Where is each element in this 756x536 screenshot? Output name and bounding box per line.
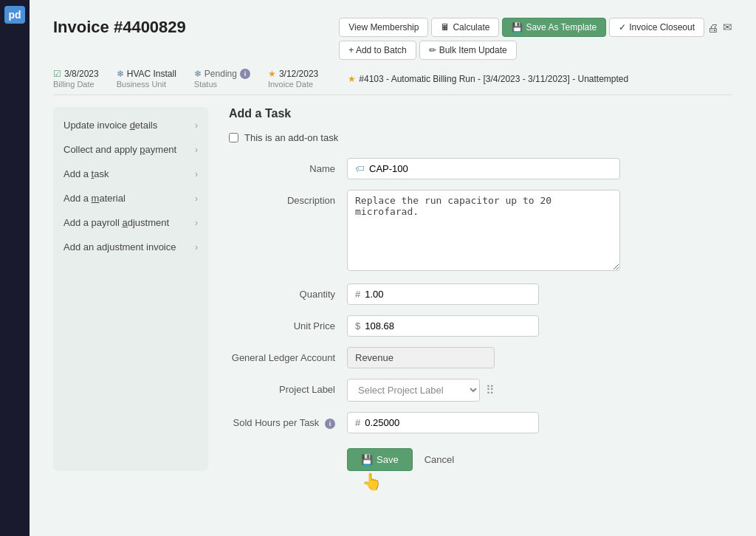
meta-row: ☑ 3/8/2023 Billing Date ❄ HVAC Install B… bbox=[53, 69, 732, 89]
print-icon[interactable]: 🖨 bbox=[707, 21, 718, 34]
description-textarea-wrap bbox=[347, 190, 620, 273]
quantity-input[interactable] bbox=[365, 289, 531, 300]
check-mark-icon: ✓ bbox=[619, 22, 626, 32]
description-form-group: Description bbox=[229, 190, 732, 273]
sold-hours-input-wrap: # bbox=[347, 412, 539, 433]
app-bar: pd bbox=[0, 0, 30, 536]
content-area: Update invoice details › Collect and app… bbox=[53, 107, 732, 471]
status-value: Pending bbox=[205, 69, 237, 79]
add-to-batch-button[interactable]: + Add to Batch bbox=[339, 41, 416, 60]
project-label-form-group: Project Label Select Project Label ⠿ bbox=[229, 379, 732, 402]
chevron-right-icon-3: › bbox=[195, 169, 198, 179]
batch-info: ★ #4103 - Automatic Billing Run - [3/4/2… bbox=[348, 74, 628, 84]
header-action-row-1: View Membership 🖩 Calculate 💾 Save As Te… bbox=[339, 18, 732, 37]
business-unit-label: Business Unit bbox=[117, 80, 176, 89]
chevron-right-icon-1: › bbox=[195, 120, 198, 131]
addon-checkbox-row: This is an add-on task bbox=[229, 132, 732, 143]
batch-star-icon: ★ bbox=[348, 74, 356, 84]
pencil-icon: ✏ bbox=[429, 45, 436, 55]
business-unit-meta: ❄ HVAC Install Business Unit bbox=[117, 69, 176, 89]
sidebar-item-collect-payment[interactable]: Collect and apply payment › bbox=[53, 137, 208, 162]
main-container: Invoice #4400829 View Membership 🖩 Calcu… bbox=[30, 0, 756, 536]
invoice-date-label: Invoice Date bbox=[268, 80, 318, 89]
billing-date-label: Billing Date bbox=[53, 80, 99, 89]
chevron-right-icon-2: › bbox=[195, 145, 198, 155]
tag-icon: 🏷 bbox=[355, 163, 365, 174]
header-action-row-2: + Add to Batch ✏ Bulk Item Update bbox=[339, 41, 516, 60]
status-label: Status bbox=[194, 80, 250, 89]
email-icon[interactable]: ✉ bbox=[723, 21, 732, 34]
unit-price-input-wrap: $ bbox=[347, 315, 539, 337]
invoice-closeout-button[interactable]: ✓ Invoice Closeout bbox=[609, 18, 704, 37]
invoice-header: Invoice #4400829 View Membership 🖩 Calcu… bbox=[53, 18, 732, 60]
app-logo: pd bbox=[4, 6, 24, 24]
name-label: Name bbox=[229, 158, 347, 174]
sidebar-item-add-task[interactable]: Add a task › bbox=[53, 162, 208, 186]
calculator-icon: 🖩 bbox=[441, 22, 450, 32]
hash-icon-hours: # bbox=[355, 417, 360, 428]
gl-account-value: Revenue bbox=[347, 347, 495, 368]
name-input[interactable] bbox=[369, 163, 612, 174]
sold-hours-form-group: Sold Hours per Task i # bbox=[229, 412, 732, 433]
invoice-title: Invoice #4400829 bbox=[53, 18, 186, 37]
unit-price-label: Unit Price bbox=[229, 315, 347, 331]
dollar-icon: $ bbox=[355, 320, 360, 331]
name-form-group: Name 🏷 bbox=[229, 158, 732, 179]
description-label: Description bbox=[229, 190, 347, 206]
save-floppy-icon: 💾 bbox=[361, 454, 373, 465]
unit-price-form-group: Unit Price $ bbox=[229, 315, 732, 337]
status-meta: ❄ Pending i Status bbox=[194, 69, 250, 89]
billing-date-value: 3/8/2023 bbox=[64, 69, 99, 79]
sidebar-item-add-payroll[interactable]: Add a payroll adjustment › bbox=[53, 210, 208, 235]
invoice-date-value: 3/12/2023 bbox=[279, 69, 318, 79]
gl-account-label: General Ledger Account bbox=[229, 347, 347, 363]
save-button[interactable]: 💾 Save bbox=[347, 448, 413, 471]
invoice-date-meta: ★ 3/12/2023 Invoice Date bbox=[268, 69, 318, 89]
calculate-button[interactable]: 🖩 Calculate bbox=[431, 18, 499, 37]
star-icon: ★ bbox=[268, 69, 276, 79]
sidebar-item-add-material[interactable]: Add a material › bbox=[53, 186, 208, 210]
addon-checkbox-label: This is an add-on task bbox=[244, 132, 338, 143]
project-label-select[interactable]: Select Project Label bbox=[347, 379, 480, 402]
chevron-right-icon-6: › bbox=[195, 242, 198, 252]
addon-checkbox[interactable] bbox=[229, 133, 238, 142]
hash-icon-quantity: # bbox=[355, 289, 360, 300]
bulk-item-update-button[interactable]: ✏ Bulk Item Update bbox=[419, 41, 517, 60]
grid-icon[interactable]: ⠿ bbox=[486, 383, 495, 397]
name-input-wrap: 🏷 bbox=[347, 158, 620, 179]
business-unit-value: HVAC Install bbox=[127, 69, 176, 79]
status-info-icon[interactable]: i bbox=[240, 69, 250, 79]
snowflake-icon: ❄ bbox=[117, 69, 124, 79]
chevron-right-icon-5: › bbox=[195, 218, 198, 228]
section-title: Add a Task bbox=[229, 107, 732, 120]
quantity-input-wrap: # bbox=[347, 284, 539, 305]
sidebar: Update invoice details › Collect and app… bbox=[53, 107, 208, 471]
status-icon: ❄ bbox=[194, 69, 202, 79]
sold-hours-input[interactable] bbox=[365, 417, 531, 428]
chevron-right-icon-4: › bbox=[195, 193, 198, 204]
gl-account-form-group: General Ledger Account Revenue bbox=[229, 347, 732, 368]
cancel-button[interactable]: Cancel bbox=[422, 449, 457, 470]
quantity-form-group: Quantity # bbox=[229, 284, 732, 305]
print-email-icons: 🖨 ✉ bbox=[707, 18, 732, 37]
form-actions: 💾 Save 👆 Cancel bbox=[347, 448, 732, 471]
project-label-label: Project Label bbox=[229, 379, 347, 395]
quantity-label: Quantity bbox=[229, 284, 347, 300]
cursor-pointer-icon: 👆 bbox=[362, 473, 382, 492]
sidebar-item-update-invoice[interactable]: Update invoice details › bbox=[53, 113, 208, 137]
save-button-wrap: 💾 Save 👆 bbox=[347, 448, 413, 471]
save-as-template-button[interactable]: 💾 Save As Template bbox=[502, 18, 606, 37]
main-form: Add a Task This is an add-on task Name 🏷… bbox=[208, 107, 732, 471]
save-icon: 💾 bbox=[512, 22, 523, 32]
check-icon: ☑ bbox=[53, 69, 61, 79]
sidebar-item-add-adjustment[interactable]: Add an adjustment invoice › bbox=[53, 235, 208, 259]
billing-date-meta: ☑ 3/8/2023 Billing Date bbox=[53, 69, 99, 89]
description-textarea[interactable] bbox=[347, 190, 620, 271]
header-divider bbox=[53, 95, 732, 95]
unit-price-input[interactable] bbox=[365, 320, 531, 331]
batch-value: #4103 - Automatic Billing Run - [3/4/202… bbox=[359, 74, 628, 84]
view-membership-button[interactable]: View Membership bbox=[339, 18, 428, 37]
sold-hours-info-icon[interactable]: i bbox=[325, 419, 335, 429]
sold-hours-label: Sold Hours per Task i bbox=[229, 412, 347, 429]
project-label-select-wrap: Select Project Label ⠿ bbox=[347, 379, 495, 402]
